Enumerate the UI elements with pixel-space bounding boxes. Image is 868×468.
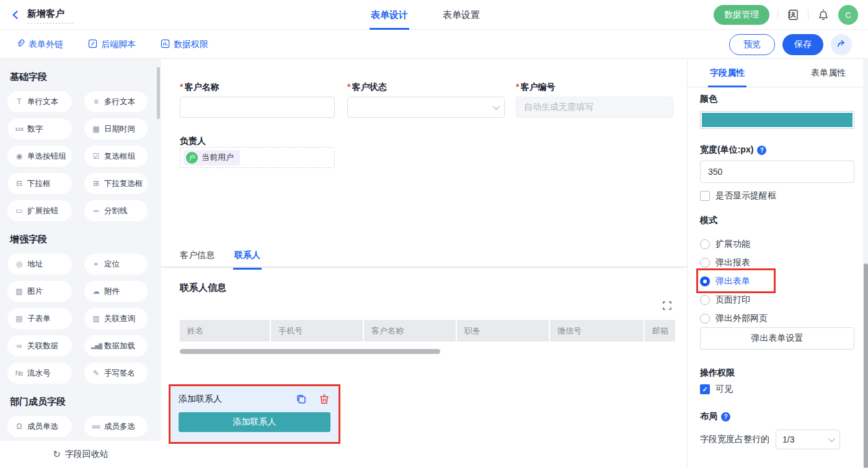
mode-radio-2[interactable]: 弹出报表	[700, 256, 750, 270]
sidebar-item-datetime[interactable]: ▦日期时间	[84, 118, 148, 139]
sidebar-item-position[interactable]: ⌖定位	[84, 254, 148, 275]
add-contact-field-selected[interactable]: 添加联系人 添加联系人	[169, 384, 340, 444]
sidebar-item-single-line-text[interactable]: T单行文本	[7, 91, 72, 112]
user-avatar[interactable]: C	[838, 5, 858, 25]
sidebar-item-multi-line-text[interactable]: ≡多行文本	[84, 91, 148, 112]
sidebar-item-checkbox-group[interactable]: ☑复选框组	[84, 146, 148, 167]
layout-width-select[interactable]: 1/3	[776, 430, 840, 449]
radio-icon[interactable]	[700, 239, 710, 249]
window-scrollbar[interactable]	[863, 59, 868, 468]
sidebar-item-divider[interactable]: ═分割线	[84, 200, 148, 221]
radio-icon[interactable]	[700, 295, 710, 305]
radio-group-icon: ◉	[14, 152, 24, 161]
divider-icon: ═	[91, 206, 101, 215]
tab-customer-info[interactable]: 客户信息	[180, 250, 215, 268]
sidebar-item-image[interactable]: ▧图片	[7, 281, 72, 302]
sidebar-item-related-query[interactable]: ▥关联查询	[84, 308, 148, 329]
data-permission-icon	[161, 39, 170, 50]
preview-button[interactable]: 预览	[729, 34, 775, 55]
tab-field-properties[interactable]: 字段属性	[710, 59, 745, 87]
related-data-icon: ∞	[14, 342, 24, 350]
sidebar-item-address[interactable]: ◎地址	[7, 254, 72, 275]
width-input[interactable]: 350	[700, 161, 854, 183]
customer-name-input[interactable]	[180, 97, 335, 118]
sidebar-item-signature[interactable]: ✎手写签名	[84, 363, 148, 384]
datetime-icon: ▦	[91, 125, 101, 133]
docs-icon[interactable]	[786, 8, 800, 22]
back-icon[interactable]	[10, 9, 21, 20]
mode-radio-5[interactable]: 弹出外部网页	[700, 312, 768, 325]
mode-radio-1[interactable]: 扩展功能	[700, 237, 750, 251]
tab-form-settings[interactable]: 表单设置	[443, 0, 480, 30]
sidebar-section-title: 部门成员字段	[10, 396, 154, 408]
single-line-text-icon: T	[14, 97, 24, 106]
subform-column-header: 微信号	[550, 320, 644, 342]
image-icon: ▧	[14, 287, 24, 296]
form-toolbar: 表单外链后端脚本数据权限 预览 保存	[0, 30, 868, 59]
checkbox-checked-icon[interactable]	[700, 384, 710, 394]
sidebar-item-dropdown-multi[interactable]: ⊞下拉复选框	[84, 173, 148, 194]
sidebar-scrollbar[interactable]	[157, 67, 160, 119]
sidebar-item-extend-button[interactable]: ▭扩展按钮	[7, 200, 72, 221]
add-contact-button[interactable]: 添加联系人	[179, 412, 330, 432]
fullscreen-icon[interactable]	[662, 301, 672, 311]
save-button[interactable]: 保存	[782, 34, 823, 55]
add-contact-label: 添加联系人	[179, 394, 285, 405]
subform-table-header: 姓名手机号客户名称职务微信号邮箱	[180, 320, 675, 342]
help-icon[interactable]: ?	[757, 146, 766, 155]
sidebar-item-serial-number[interactable]: №流水号	[7, 363, 72, 384]
sidebar-item-subform[interactable]: ▤子表单	[7, 308, 72, 329]
sidebar-item-member-multi[interactable]: ΩΩ成员多选	[84, 416, 148, 437]
current-user-tag[interactable]: 户 当前用户	[184, 150, 240, 166]
sidebar-item-attachment[interactable]: ☁附件	[84, 281, 148, 302]
page-title[interactable]: 新增客户	[27, 7, 73, 24]
divider	[808, 10, 808, 20]
customer-status-select[interactable]	[347, 97, 505, 118]
field-label-customer-name: 客户名称	[180, 82, 335, 93]
mode-label: 模式	[700, 215, 717, 226]
user-tag-icon: 户	[186, 152, 198, 164]
color-swatch[interactable]	[700, 111, 854, 129]
color-label: 颜色	[700, 94, 717, 105]
horizontal-scrollbar[interactable]	[180, 349, 440, 354]
sidebar-item-member-single[interactable]: Ω成员单选	[7, 416, 72, 437]
subform-icon: ▤	[14, 314, 24, 323]
owner-field[interactable]: 户 当前用户	[180, 147, 335, 168]
recycle-icon: ↻	[53, 449, 61, 460]
header-tabs: 表单设计 表单设置	[371, 0, 480, 30]
toolbar-link-script[interactable]: 后端脚本	[88, 39, 136, 50]
visible-checkbox-row[interactable]: 可见	[700, 384, 733, 395]
bell-icon[interactable]	[817, 8, 830, 22]
sidebar-item-number[interactable]: 123数字	[7, 118, 72, 139]
popup-form-settings-button[interactable]: 弹出表单设置	[700, 327, 854, 350]
help-icon[interactable]: ?	[721, 412, 730, 422]
checkbox-icon[interactable]	[700, 191, 710, 201]
serial-number-icon: №	[14, 369, 24, 377]
copy-icon[interactable]	[295, 393, 308, 405]
sidebar-item-related-data[interactable]: ∞关联数据	[7, 335, 72, 356]
sidebar-item-dropdown[interactable]: ⊟下拉框	[7, 173, 72, 194]
radio-icon[interactable]	[700, 314, 710, 324]
radio-icon[interactable]	[700, 258, 710, 268]
tab-form-design[interactable]: 表单设计	[371, 0, 408, 30]
data-load-icon: ▂▅█	[91, 343, 101, 349]
share-button[interactable]	[831, 34, 852, 55]
data-manage-button[interactable]: 数据管理	[714, 5, 769, 25]
script-icon	[88, 39, 97, 50]
toolbar-link-data-permission[interactable]: 数据权限	[161, 39, 208, 50]
chevron-down-icon	[828, 435, 835, 442]
show-tip-checkbox-row[interactable]: 是否显示提醒框	[700, 190, 776, 201]
sidebar-item-data-load[interactable]: ▂▅█数据加载	[84, 335, 148, 356]
member-single-icon: Ω	[14, 422, 24, 431]
toolbar-link-link[interactable]: 表单外链	[16, 39, 63, 50]
share-icon	[836, 38, 847, 51]
sidebar-item-radio-group[interactable]: ◉单选按钮组	[7, 146, 72, 167]
window-scrollbar-thumb[interactable]	[864, 263, 868, 468]
mode-radio-4[interactable]: 页面打印	[700, 293, 750, 307]
customer-no-input[interactable]: 自动生成无需填写	[516, 97, 673, 118]
field-recycle-bin[interactable]: ↻ 字段回收站	[0, 441, 161, 468]
field-label-customer-status: 客户状态	[347, 82, 505, 93]
tab-form-properties[interactable]: 表单属性	[811, 59, 846, 87]
tab-contacts[interactable]: 联系人	[234, 250, 260, 268]
delete-icon[interactable]	[318, 393, 330, 405]
